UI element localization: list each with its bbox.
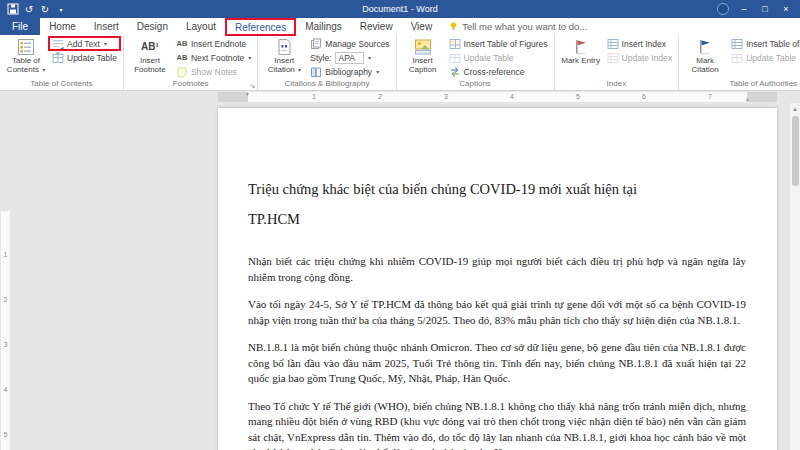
save-icon[interactable] <box>6 2 20 16</box>
qat-customize-icon[interactable]: ▾ <box>54 2 68 16</box>
scrollbar-thumb[interactable] <box>792 116 799 186</box>
document-page[interactable]: Triệu chứng khác biệt của biến chủng COV… <box>218 108 777 450</box>
dropdown-arrow-icon: ▾ <box>376 68 379 75</box>
next-footnote-button[interactable]: AB Next Footnote ▾ <box>173 51 254 64</box>
insert-table-of-authorities-button[interactable]: Insert Table of Authorities <box>728 37 800 50</box>
tab-design[interactable]: Design <box>128 18 177 35</box>
ruler-number: 3 <box>1 341 10 348</box>
indent-marker-right[interactable]: ▲ <box>745 97 750 102</box>
ribbon-group-table-of-authorities: Mark Citation Insert Table of Authoritie… <box>679 35 800 90</box>
insert-endnote-label: Insert Endnote <box>191 39 246 49</box>
show-notes-button[interactable]: Show Notes <box>173 65 254 78</box>
insert-index-icon <box>607 38 619 50</box>
update-table-authorities-button[interactable]: Update Table <box>728 51 800 64</box>
insert-citation-button[interactable]: Insert Citation ▾ <box>261 36 307 78</box>
vertical-scrollbar[interactable]: ▲ <box>789 103 800 450</box>
cross-reference-icon <box>449 66 461 78</box>
manage-sources-button[interactable]: Manage Sources <box>307 37 392 50</box>
ruler-number: 4 <box>1 386 10 393</box>
ruler-page-region: 1 2 3 4 5 6 7 ▼ ▲ <box>218 92 777 102</box>
indent-marker-left[interactable]: ▼ <box>245 92 250 97</box>
ruler-number: 7 <box>708 92 712 102</box>
table-of-contents-button[interactable]: Table of Contents ▾ <box>3 36 49 78</box>
group-label-citations: Citations & Bibliography <box>261 78 392 90</box>
undo-icon[interactable]: ↺ <box>22 2 36 16</box>
tab-mailings[interactable]: Mailings <box>296 18 351 35</box>
table-of-contents-label: Table of Contents <box>7 56 40 74</box>
table-of-contents-icon <box>17 37 35 56</box>
insert-endnote-icon: AB <box>176 39 188 48</box>
ribbon-group-citations: Insert Citation ▾ Manage Sources Style: … <box>258 35 396 90</box>
show-notes-label: Show Notes <box>191 67 237 77</box>
tab-file[interactable]: File <box>0 18 40 35</box>
dropdown-arrow-icon: ▾ <box>42 67 45 73</box>
bibliography-button[interactable]: Bibliography ▾ <box>307 65 392 78</box>
paragraph[interactable]: Vào tối ngày 24-5, Sở Y tế TP.HCM đã thô… <box>248 297 746 328</box>
insert-endnote-button[interactable]: AB Insert Endnote <box>173 37 254 50</box>
add-text-button[interactable]: Add Text ▾ <box>49 37 120 50</box>
dropdown-arrow-icon: ▾ <box>248 54 251 61</box>
ribbon-group-index: Mark Entry Insert Index Update Index <box>555 35 680 90</box>
restore-button[interactable]: □ <box>755 1 775 17</box>
bibliography-label: Bibliography <box>325 67 372 77</box>
insert-table-of-authorities-icon <box>731 38 743 50</box>
insert-caption-icon <box>414 37 432 56</box>
close-button[interactable]: × <box>776 1 796 17</box>
lightbulb-icon <box>449 21 458 33</box>
tab-review[interactable]: Review <box>351 18 402 35</box>
paragraph[interactable]: Theo Tổ chức Y tế Thế giới (WHO), biến c… <box>248 399 746 450</box>
window-title: Document1 - Word <box>362 4 437 14</box>
manage-sources-label: Manage Sources <box>325 39 389 49</box>
style-combo[interactable]: APA <box>335 52 364 64</box>
minimize-button[interactable]: – <box>734 1 754 17</box>
dropdown-arrow-icon: ▾ <box>298 67 301 73</box>
vertical-ruler: 1 2 3 4 5 6 7 <box>0 206 11 450</box>
quick-access-toolbar: ↺ ↻ ▾ <box>0 2 68 16</box>
tell-me-text: Tell me what you want to do... <box>462 21 587 32</box>
insert-table-of-authorities-label: Insert Table of Authorities <box>746 39 800 49</box>
insert-caption-label: Insert Caption <box>400 56 446 74</box>
ruler-number: 1 <box>312 92 316 102</box>
update-index-button[interactable]: Update Index <box>604 51 676 64</box>
update-table-captions-icon <box>449 52 461 64</box>
manage-sources-icon <box>310 38 322 50</box>
mark-citation-button[interactable]: Mark Citation <box>682 36 728 78</box>
account-avatar[interactable] <box>717 3 729 15</box>
tell-me-box[interactable]: Tell me what you want to do... <box>441 18 595 35</box>
ribbon: Table of Contents ▾ Add Text ▾ <box>0 35 800 91</box>
update-index-icon <box>607 52 619 64</box>
insert-table-of-figures-button[interactable]: Insert Table of Figures <box>446 37 551 50</box>
tab-home[interactable]: Home <box>40 18 85 35</box>
tab-layout[interactable]: Layout <box>177 18 225 35</box>
tab-references[interactable]: References <box>225 18 296 35</box>
insert-footnote-label: Insert Footnote <box>127 56 173 74</box>
tab-insert[interactable]: Insert <box>85 18 128 35</box>
cross-reference-button[interactable]: Cross-reference <box>446 65 551 78</box>
dropdown-arrow-icon: ▾ <box>368 54 371 61</box>
add-text-label: Add Text <box>67 39 100 49</box>
insert-footnote-button[interactable]: AB¹ Insert Footnote <box>127 36 173 78</box>
footnotes-dialog-launcher-icon[interactable]: ↘ <box>249 82 255 89</box>
mark-entry-icon <box>572 37 590 56</box>
ribbon-group-table-of-contents: Table of Contents ▾ Add Text ▾ <box>0 35 124 90</box>
paragraph[interactable]: Nhận biết các triệu chứng khi nhiễm COVI… <box>248 254 746 285</box>
ruler-number: 1 <box>1 251 10 258</box>
update-table-button[interactable]: Update Table <box>49 51 120 64</box>
insert-table-of-figures-label: Insert Table of Figures <box>464 39 548 49</box>
tab-view[interactable]: View <box>402 18 442 35</box>
document-heading[interactable]: Triệu chứng khác biệt của biến chủng COV… <box>248 174 746 234</box>
horizontal-ruler: 1 2 3 4 5 6 7 ▼ ▲ <box>0 91 800 103</box>
group-label-index: Index <box>558 78 676 90</box>
redo-icon[interactable]: ↻ <box>38 2 52 16</box>
update-table-captions-button[interactable]: Update Table <box>446 51 551 64</box>
scroll-up-icon[interactable]: ▲ <box>790 103 800 115</box>
title-bar: ↺ ↻ ▾ Document1 - Word – □ × <box>0 0 800 18</box>
mark-entry-button[interactable]: Mark Entry <box>558 36 604 78</box>
paragraph[interactable]: NB.1.8.1 là một biến chủng thuộc nhánh O… <box>248 340 746 387</box>
insert-table-of-figures-icon <box>449 38 461 50</box>
insert-caption-button[interactable]: Insert Caption <box>400 36 446 78</box>
insert-index-button[interactable]: Insert Index <box>604 37 676 50</box>
update-table-label: Update Table <box>67 53 117 63</box>
update-table-authorities-icon <box>731 52 743 64</box>
update-table-authorities-label: Update Table <box>746 53 796 63</box>
